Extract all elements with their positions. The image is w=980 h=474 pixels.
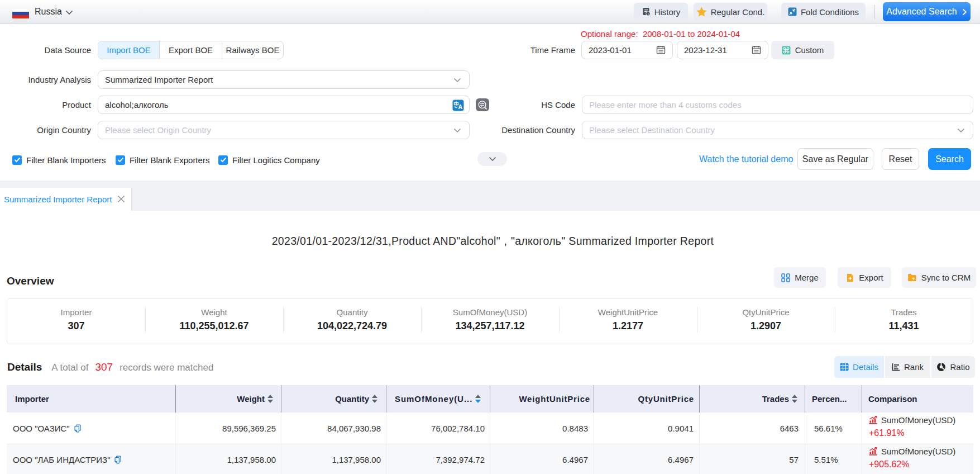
svg-text:A: A	[458, 103, 462, 110]
